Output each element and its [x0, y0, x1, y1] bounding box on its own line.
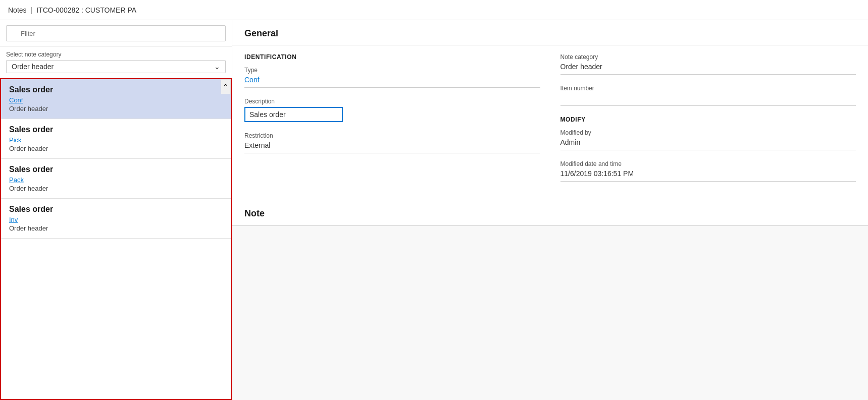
note-category-right-label: Note category: [560, 53, 856, 61]
item-number-label: Item number: [560, 85, 856, 92]
identification-group: IDENTIFICATION Type Conf Description Res…: [244, 53, 540, 153]
left-column: IDENTIFICATION Type Conf Description Res…: [244, 53, 540, 192]
list-item-title: Sales order: [9, 205, 223, 214]
type-field: Type Conf: [244, 67, 540, 88]
list-container: ⌃ Sales order Conf Order header Sales or…: [0, 78, 232, 400]
description-input[interactable]: [244, 107, 343, 122]
restriction-label: Restriction: [244, 132, 540, 139]
type-label: Type: [244, 67, 540, 74]
search-input[interactable]: [6, 25, 226, 41]
general-section-body: IDENTIFICATION Type Conf Description Res…: [232, 45, 868, 200]
restriction-value: External: [244, 141, 540, 153]
general-section: General IDENTIFICATION Type Conf Descrip…: [232, 20, 868, 200]
list-item-category: Order header: [9, 105, 223, 112]
note-category-field: Note category Order header: [560, 53, 856, 75]
note-category-value: Order header: [12, 63, 54, 71]
right-panel: General IDENTIFICATION Type Conf Descrip…: [232, 20, 868, 400]
left-panel: 🔍 Select note category Order header ⌄ ⌃ …: [0, 20, 232, 400]
modified-date-field: Modified date and time 11/6/2019 03:16:5…: [560, 160, 856, 182]
scroll-up-button[interactable]: ⌃: [221, 79, 231, 94]
list-item-title: Sales order: [9, 85, 223, 94]
type-value[interactable]: Conf: [244, 76, 540, 88]
list-item[interactable]: Sales order Conf Order header: [1, 79, 231, 119]
note-section-title: Note: [232, 200, 868, 225]
list-item-category: Order header: [9, 224, 223, 232]
note-category-right-value: Order header: [560, 63, 856, 75]
header-bar: Notes | ITCO-000282 : CUSTOMER PA: [0, 0, 868, 20]
list-item-type[interactable]: Inv: [9, 216, 223, 223]
right-column: Note category Order header Item number M…: [560, 53, 856, 192]
modified-by-label: Modified by: [560, 129, 856, 136]
list-item-category: Order header: [9, 185, 223, 192]
modified-date-label: Modified date and time: [560, 160, 856, 167]
list-item-type[interactable]: Pack: [9, 176, 223, 184]
header-subtitle: ITCO-000282 : CUSTOMER PA: [36, 6, 136, 14]
modified-by-value: Admin: [560, 138, 856, 150]
note-category-dropdown[interactable]: Order header ⌄: [6, 60, 226, 73]
main-container: 🔍 Select note category Order header ⌄ ⌃ …: [0, 20, 868, 400]
modify-label: MODIFY: [560, 116, 856, 123]
item-number-value: [560, 94, 856, 106]
list-item[interactable]: Sales order Pack Order header: [1, 159, 231, 199]
list-item-title: Sales order: [9, 165, 223, 174]
list-item-type[interactable]: Pick: [9, 136, 223, 144]
note-section: Note: [232, 200, 868, 226]
header-notes-label: Notes: [8, 6, 27, 14]
list-item[interactable]: Sales order Pick Order header: [1, 119, 231, 159]
modified-by-field: Modified by Admin: [560, 129, 856, 150]
filter-wrapper: 🔍: [6, 25, 226, 41]
restriction-field: Restriction External: [244, 132, 540, 153]
item-number-field: Item number: [560, 85, 856, 106]
filter-container: 🔍: [0, 20, 232, 47]
chevron-down-icon: ⌄: [214, 63, 220, 71]
list-item-type[interactable]: Conf: [9, 96, 223, 104]
header-separator: |: [31, 6, 33, 14]
general-section-title: General: [232, 20, 868, 45]
identification-label: IDENTIFICATION: [244, 53, 540, 61]
description-field: Description: [244, 98, 540, 122]
list-item-category: Order header: [9, 145, 223, 152]
modified-date-value: 11/6/2019 03:16:51 PM: [560, 169, 856, 182]
description-label: Description: [244, 98, 540, 105]
note-category-label: Select note category: [0, 47, 232, 60]
list-item-title: Sales order: [9, 125, 223, 134]
list-item[interactable]: Sales order Inv Order header: [1, 199, 231, 239]
modify-group: MODIFY Modified by Admin Modified date a…: [560, 116, 856, 182]
